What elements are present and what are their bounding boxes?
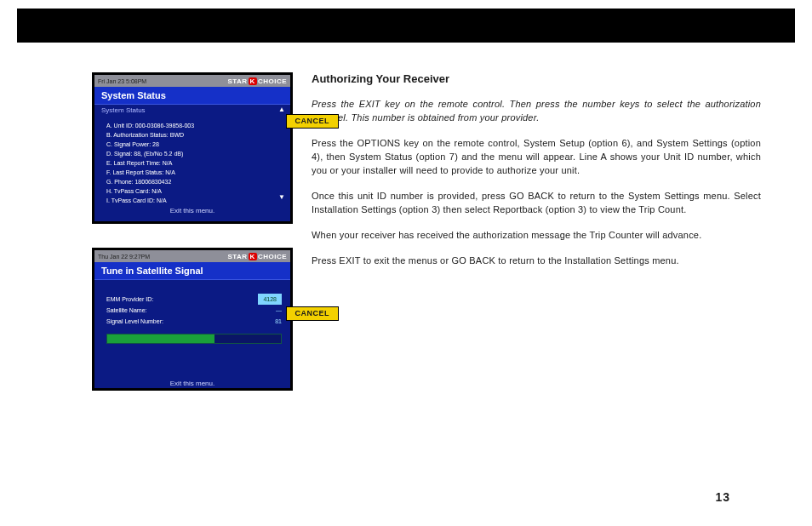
page-number: 13 xyxy=(715,490,730,504)
exit-hint: Exit this menu. xyxy=(170,207,214,214)
signal-label: EMM Provider ID: xyxy=(106,294,153,305)
signal-meter-fill xyxy=(107,334,214,343)
body-paragraph: Press EXIT to exit the menus or GO BACK … xyxy=(312,254,761,267)
text-column: Authorizing Your Receiver Press the EXIT… xyxy=(293,72,761,415)
status-line: D. Signal: 88, (Eb/No 5.2 dB) xyxy=(106,149,282,158)
screenshot-system-status: Fri Jan 23 5:08PM STAR K CHOICE System S… xyxy=(92,72,293,224)
thumbnail-column: Fri Jan 23 5:08PM STAR K CHOICE System S… xyxy=(92,72,293,415)
signal-value: — xyxy=(276,305,282,316)
signal-row: EMM Provider ID: 4128 xyxy=(106,294,282,305)
cancel-button[interactable]: CANCEL xyxy=(286,114,340,129)
body-paragraph: Press the OPTIONS key on the remote cont… xyxy=(312,136,761,177)
brand-logo: STAR K CHOICE xyxy=(227,253,287,260)
signal-row: Satellite Name: — xyxy=(106,305,282,316)
signal-label: Satellite Name: xyxy=(106,305,146,316)
signal-value: 81 xyxy=(275,316,282,327)
screenshot-body: EMM Provider ID: 4128 Satellite Name: — … xyxy=(94,280,290,392)
screenshot-titlebar: Thu Jan 22 9:27PM STAR K CHOICE xyxy=(94,250,290,262)
screenshot-titlebar: Fri Jan 23 5:08PM STAR K CHOICE xyxy=(94,75,290,87)
screenshot-datetime: Fri Jan 23 5:08PM xyxy=(98,78,146,84)
scroll-down-icon: ▼ xyxy=(278,193,285,201)
body-paragraph: Press the EXIT key on the remote control… xyxy=(312,97,761,124)
body-paragraph: Once this unit ID number is provided, pr… xyxy=(312,189,761,216)
body-paragraph: When your receiver has received the auth… xyxy=(312,228,761,242)
screenshot-title: System Status xyxy=(94,87,290,105)
signal-value: 4128 xyxy=(258,294,282,305)
brand-text-right: CHOICE xyxy=(258,77,287,85)
brand-logo: STAR K CHOICE xyxy=(227,77,287,85)
content-row: Fri Jan 23 5:08PM STAR K CHOICE System S… xyxy=(92,72,761,415)
status-line: I. TvPass Card ID: N/A xyxy=(106,196,282,205)
status-line: A. Unit ID: 000-03086-39858-003 xyxy=(106,121,282,130)
brand-text-left: STAR xyxy=(227,253,247,260)
status-line: E. Last Report Time: N/A xyxy=(106,158,282,168)
section-heading: Authorizing Your Receiver xyxy=(312,72,761,85)
signal-label: Signal Level Number: xyxy=(106,316,163,327)
exit-hint: Exit this menu. xyxy=(170,380,214,387)
status-line: F. Last Report Status: N/A xyxy=(106,168,282,177)
screenshot-tune-satellite: Thu Jan 22 9:27PM STAR K CHOICE Tune in … xyxy=(92,248,293,391)
signal-row: Signal Level Number: 81 xyxy=(106,316,282,327)
screenshot-datetime: Thu Jan 22 9:27PM xyxy=(98,254,150,260)
brand-k-icon: K xyxy=(249,253,257,260)
screenshot-subtitle: System Status xyxy=(94,105,290,116)
screenshot-body: A. Unit ID: 000-03086-39858-003 B. Autho… xyxy=(94,116,290,220)
signal-meter xyxy=(106,334,282,344)
brand-k-icon: K xyxy=(249,77,257,85)
cancel-button[interactable]: CANCEL xyxy=(286,306,340,321)
status-line: B. Authorization Status: BWD xyxy=(106,130,282,140)
brand-text-left: STAR xyxy=(227,77,247,85)
status-line: G. Phone: 18006830432 xyxy=(106,177,282,186)
scroll-up-icon: ▲ xyxy=(278,106,285,113)
header-black-bar xyxy=(17,9,795,43)
status-line: H. TvPass Card: N/A xyxy=(106,186,282,196)
brand-text-right: CHOICE xyxy=(258,253,287,260)
status-line: C. Signal Power: 28 xyxy=(106,140,282,149)
screenshot-title: Tune in Satellite Signal xyxy=(94,262,290,280)
